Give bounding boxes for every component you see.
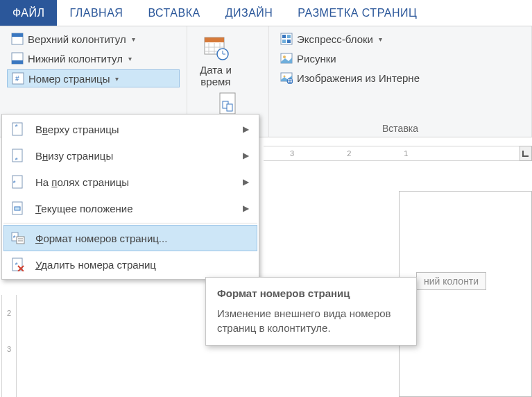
ruler-tick: 2 <box>320 149 377 158</box>
dropdown-arrow-icon: ▾ <box>115 75 119 83</box>
tab-home[interactable]: ГЛАВНАЯ <box>57 0 135 26</box>
svg-point-25 <box>283 56 286 58</box>
header-area-tag: ний колонти <box>416 272 486 290</box>
menu-page-margins[interactable]: # На полях страницы ▶ <box>3 169 257 195</box>
menu-separator <box>3 223 257 223</box>
menu-label: Вверху страницы <box>35 124 119 135</box>
date-time-icon <box>202 33 230 61</box>
ruler-tick: 1 <box>377 149 434 158</box>
svg-rect-23 <box>287 40 291 43</box>
dropdown-arrow-icon: ▾ <box>128 55 132 62</box>
ruler-tick: 3 <box>264 149 320 158</box>
date-time-label-1: Дата и <box>200 64 232 76</box>
quick-parts-icon <box>280 33 293 45</box>
page-margins-icon: # <box>10 175 26 189</box>
submenu-arrow-icon: ▶ <box>243 151 249 160</box>
ruler-tick: 2 <box>7 295 11 331</box>
group-insert: Экспресс-блоки ▾ Рисунки Изображения из … <box>269 26 532 137</box>
menu-label: Формат номеров страниц... <box>35 233 167 244</box>
svg-rect-41 <box>17 237 24 244</box>
svg-rect-7 <box>205 37 224 42</box>
footer-icon <box>11 52 24 65</box>
page-number-button[interactable]: # Номер страницы ▾ <box>7 69 180 87</box>
svg-rect-21 <box>287 35 291 38</box>
submenu-arrow-icon: ▶ <box>243 203 249 213</box>
menu-top-of-page[interactable]: # Вверху страницы ▶ <box>3 116 257 142</box>
menu-bottom-of-page[interactable]: # Внизу страницы ▶ <box>3 142 257 169</box>
pictures-label: Рисунки <box>297 53 336 65</box>
ruler-vertical[interactable]: 2 3 <box>1 295 17 397</box>
header-button[interactable]: Верхний колонтитул ▾ <box>7 31 180 47</box>
menu-label: На полях страницы <box>35 176 129 188</box>
current-position-icon <box>10 201 26 215</box>
footer-button[interactable]: Нижний колонтитул ▾ <box>7 50 180 67</box>
menu-label: Текущее положение <box>35 203 133 214</box>
tab-selector[interactable] <box>520 146 532 161</box>
document-page[interactable] <box>399 191 532 397</box>
tab-insert[interactable]: ВСТАВКА <box>135 0 212 26</box>
submenu-arrow-icon: ▶ <box>243 177 249 187</box>
pictures-icon <box>280 52 293 65</box>
tab-design[interactable]: ДИЗАЙН <box>213 0 286 26</box>
online-pictures-button[interactable]: Изображения из Интерне <box>276 69 524 86</box>
svg-rect-18 <box>227 104 232 111</box>
menu-label: Удалить номера страниц <box>35 259 156 271</box>
format-page-numbers-icon: # <box>10 231 26 245</box>
online-pictures-label: Изображения из Интерне <box>297 72 420 84</box>
svg-rect-20 <box>282 35 286 38</box>
quick-parts-button[interactable]: Экспресс-блоки ▾ <box>276 31 524 47</box>
footer-label: Нижний колонтитул <box>28 53 123 65</box>
svg-rect-38 <box>15 207 20 210</box>
menu-remove-page-numbers[interactable]: # Удалить номера страниц <box>3 251 257 278</box>
header-label: Верхний колонтитул <box>28 33 126 45</box>
svg-rect-22 <box>282 40 286 43</box>
tooltip: Формат номеров страниц Изменение внешнег… <box>205 277 417 346</box>
page-number-label: Номер страницы <box>28 73 110 85</box>
menu-format-page-numbers[interactable]: # Формат номеров страниц... <box>3 225 257 251</box>
remove-page-numbers-icon: # <box>10 257 26 271</box>
quick-parts-label: Экспресс-блоки <box>297 33 373 45</box>
svg-rect-1 <box>12 33 23 37</box>
tab-file[interactable]: ФАЙЛ <box>0 0 57 26</box>
insert-group-label: Вставка <box>276 120 524 134</box>
dropdown-arrow-icon: ▾ <box>132 35 135 43</box>
date-time-button[interactable]: Дата и время <box>194 31 237 87</box>
ruler-tick: 3 <box>7 331 11 367</box>
menu-current-position[interactable]: Текущее положение ▶ <box>3 195 257 221</box>
dropdown-arrow-icon: ▾ <box>379 35 382 43</box>
ruler-horizontal[interactable]: 3 2 1 <box>264 146 532 161</box>
submenu-arrow-icon: ▶ <box>243 124 249 134</box>
page-bottom-icon: # <box>10 149 26 162</box>
menu-label: Внизу страницы <box>35 150 113 162</box>
tooltip-body: Изменение внешнего вида номеров страниц … <box>217 306 405 335</box>
page-top-icon: # <box>10 122 26 136</box>
tab-page-layout[interactable]: РАЗМЕТКА СТРАНИЦ <box>285 0 429 26</box>
header-icon <box>11 33 24 45</box>
ribbon-tabs: ФАЙЛ ГЛАВНАЯ ВСТАВКА ДИЗАЙН РАЗМЕТКА СТР… <box>0 0 532 26</box>
page-number-dropdown: # Вверху страницы ▶ # Внизу страницы ▶ #… <box>1 114 259 280</box>
online-pictures-icon <box>280 71 293 84</box>
page-number-icon: # <box>12 72 24 85</box>
svg-text:#: # <box>15 75 19 83</box>
tab-stop-icon <box>522 150 529 157</box>
pictures-button[interactable]: Рисунки <box>276 50 524 67</box>
tooltip-title: Формат номеров страниц <box>217 287 405 299</box>
svg-rect-3 <box>12 60 23 64</box>
date-time-label-2: время <box>200 76 230 87</box>
